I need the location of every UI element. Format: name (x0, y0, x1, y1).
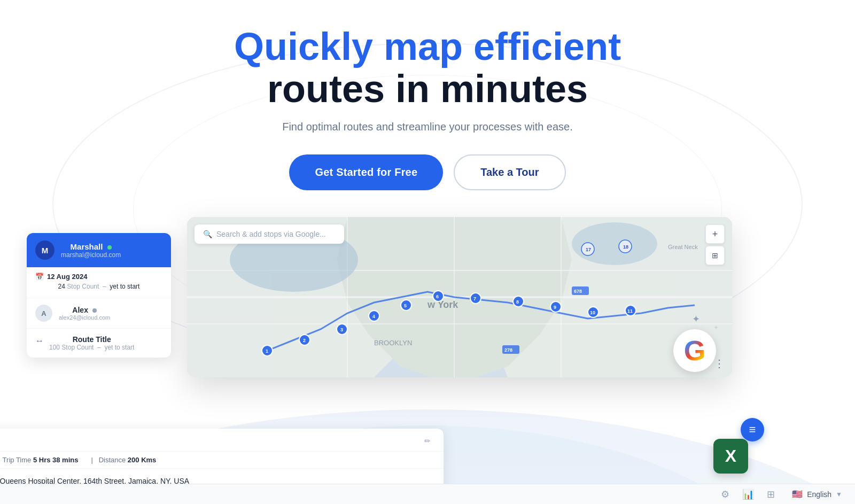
svg-text:8: 8 (516, 299, 519, 305)
hero-title-line2: routes in minutes (0, 68, 855, 110)
google-g-icon: G (684, 335, 705, 367)
map-card: w York BROOKLYN Great Neck 1 2 3 4 5 6 (187, 217, 732, 377)
svg-text:17: 17 (586, 247, 591, 252)
more-options-button[interactable]: ⋮ (714, 357, 725, 370)
route-stop-info: 100 Stop Count – yet to start (49, 344, 134, 351)
zoom-out-button[interactable]: ⊞ (705, 246, 725, 265)
cta-icon: ≡ (749, 423, 756, 437)
take-tour-button[interactable]: Take a Tour (454, 154, 565, 190)
svg-text:w York: w York (427, 299, 458, 310)
ui-preview: M Marshall marshal@icloud.com 📅 12 Aug 2… (107, 217, 748, 504)
language-flag: 🇺🇸 (792, 489, 803, 499)
route-details: Route Title 100 Stop Count – yet to star… (49, 335, 134, 351)
distance-stat: | Distance 200 Kms (91, 456, 156, 464)
calendar-icon: 📅 (35, 273, 44, 281)
user-avatar-alex: A (35, 305, 52, 322)
svg-text:7: 7 (473, 296, 476, 301)
sparkle-decoration-1: ✦ (692, 313, 700, 325)
svg-text:5: 5 (404, 303, 407, 308)
route-section: ↔ Route Title 100 Stop Count – yet to st… (27, 329, 171, 358)
hero-cta-group: Get Started for Free Take a Tour (0, 154, 855, 190)
footer-language-bar: ⚙ 📊 ⊞ 🇺🇸 English ▼ (0, 484, 855, 504)
sparkle-decoration-2: ✦ (713, 324, 719, 331)
google-badge: G (673, 329, 716, 372)
toolbar-icon-1[interactable]: ⚙ (721, 489, 729, 500)
online-indicator-alex (92, 308, 97, 313)
chevron-down-icon: ▼ (836, 491, 842, 498)
floating-cta-button[interactable]: ≡ (741, 418, 764, 441)
map-search-bar[interactable]: 🔍 Search & add stops via Google... (195, 224, 344, 244)
route-date: 📅 12 Aug 2024 (35, 273, 162, 281)
user-email-alex: alex24@icloud.com (59, 314, 110, 321)
svg-text:10: 10 (590, 310, 595, 315)
user-row-alex[interactable]: A Alex alex24@icloud.com (27, 298, 171, 329)
active-route-info: 📅 12 Aug 2024 24 Stop Count – yet to sta… (27, 267, 171, 298)
sidebar-panel: M Marshall marshal@icloud.com 📅 12 Aug 2… (27, 233, 171, 358)
user-avatar-marshall: M (35, 241, 55, 260)
hero-heading: Quickly map efficient routes in minutes (0, 26, 855, 110)
toolbar-icon-3[interactable]: ⊞ (767, 489, 775, 500)
language-label: English (807, 490, 831, 499)
search-placeholder: Search & add stops via Google... (216, 230, 326, 238)
svg-text:BROOKLYN: BROOKLYN (374, 339, 412, 347)
svg-text:278: 278 (504, 347, 512, 353)
svg-text:2: 2 (303, 338, 306, 343)
svg-text:1: 1 (266, 348, 268, 354)
get-started-button[interactable]: Get Started for Free (289, 154, 443, 190)
svg-text:6: 6 (436, 294, 439, 299)
svg-text:3: 3 (340, 327, 343, 332)
svg-text:18: 18 (623, 244, 628, 250)
svg-text:9: 9 (554, 305, 556, 310)
svg-text:678: 678 (574, 289, 582, 294)
online-indicator (107, 245, 112, 250)
stop-count-text: 24 Stop Count – yet to start (35, 283, 162, 290)
route-stats-row: Stops 24 | Driving Time 0 | Trip Time 5 … (0, 452, 444, 469)
user-email-marshall: marshal@icloud.com (61, 251, 121, 259)
zoom-in-button[interactable]: + (705, 224, 725, 244)
user-info-alex: Alex alex24@icloud.com (59, 306, 110, 321)
route-header: 👤 Marshall ↔ 12 Aug 2024 ✏ (0, 429, 444, 452)
svg-text:Great Neck: Great Neck (668, 244, 698, 250)
excel-badge: X (713, 439, 748, 474)
user-name-marshall: Marshall (61, 242, 121, 251)
hero-title-line1: Quickly map efficient (0, 26, 855, 68)
edit-route-button[interactable]: ✏ (424, 437, 431, 445)
map-zoom-controls: + ⊞ (705, 224, 725, 265)
user-name-alex: Alex (59, 306, 110, 314)
svg-text:11: 11 (627, 308, 633, 314)
search-icon: 🔍 (203, 230, 212, 238)
user-info-marshall: Marshall marshal@icloud.com (61, 242, 121, 259)
hero-section: Quickly map efficient routes in minutes … (0, 0, 855, 504)
hero-subtitle: Find optimal routes and streamline your … (0, 121, 855, 133)
trip-time-stat: | Trip Time 5 Hrs 38 mins (0, 456, 78, 464)
active-user-row[interactable]: M Marshall marshal@icloud.com (27, 233, 171, 267)
route-icon: ↔ (35, 336, 44, 346)
language-selector[interactable]: ⚙ 📊 ⊞ 🇺🇸 English ▼ (721, 489, 842, 500)
svg-text:4: 4 (372, 314, 375, 319)
excel-icon: X (725, 446, 736, 466)
toolbar-icon-2[interactable]: 📊 (742, 489, 754, 500)
